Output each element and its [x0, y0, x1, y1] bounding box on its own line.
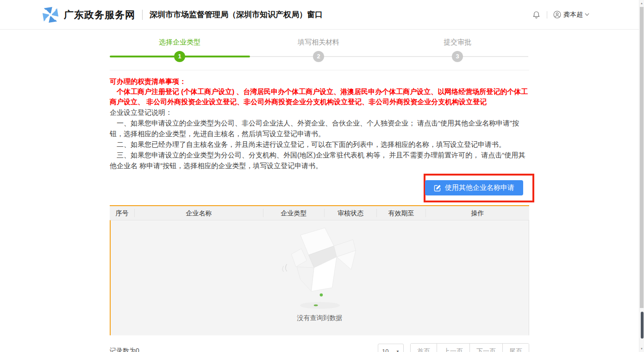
table-empty-state: 没有查询到数据: [110, 220, 529, 335]
company-name-table: 序号 企业名称 企业类型 审核状态 有效期至 操作: [110, 205, 529, 335]
col-header-seq: 序号: [110, 209, 135, 217]
step-label: 选择企业类型: [129, 38, 231, 47]
top-header: 广东政务服务网 深圳市市场监督管理局（深圳市知识产权局）窗口 龚本超: [0, 0, 639, 30]
user-avatar-icon: [553, 11, 561, 19]
select-arrow-icon: ▼: [396, 349, 400, 352]
header-actions: 龚本超: [532, 0, 589, 29]
step-1-select-company-type: 选择企业类型 1: [129, 29, 231, 47]
scrollbar-thumb[interactable]: [640, 7, 644, 308]
empty-box-illustration: [111, 226, 529, 314]
pagination-button-group: 首页 上一页 下一页 尾页: [410, 343, 529, 352]
record-count: 记录数为0: [110, 347, 139, 352]
table-footer: 记录数为0 10 ▼ 首页 上一页 下一页 尾页: [110, 343, 529, 352]
apply-button-label: 使用其他企业名称申请: [445, 183, 514, 192]
chevron-down-icon: [585, 13, 589, 16]
header-brand: 广东政务服务网 深圳市市场监督管理局（深圳市知识产权局）窗口: [42, 6, 323, 24]
user-name: 龚本超: [563, 11, 583, 19]
site-name: 广东政务服务网: [64, 8, 135, 21]
apply-button-row: 使用其他企业名称申请: [110, 173, 529, 205]
header-actions-divider: [547, 11, 547, 19]
notification-bell-icon[interactable]: [532, 10, 541, 19]
header-divider: [142, 10, 143, 20]
step-label: 提交审批: [406, 38, 508, 47]
col-header-review-status: 审核状态: [325, 209, 377, 217]
step-label: 填写相关材料: [268, 38, 369, 47]
step-3-submit-approval: 提交审批 3: [406, 29, 508, 47]
instruction-paragraph-3: 三、如果您申请设立的企业类型为分公司、分支机构、外国(地区)企业常驻代表机 构等…: [110, 150, 529, 171]
col-header-company-name: 企业名称: [135, 209, 263, 217]
prev-page-button[interactable]: 上一页: [437, 344, 469, 352]
step-circle: 3: [452, 51, 463, 62]
window-title: 深圳市市场监督管理局（深圳市知识产权局）窗口: [150, 9, 323, 20]
main-content: 选择企业类型 1 填写相关材料 2 提交审批 3 可办理的权责清单事项： 个体工…: [110, 29, 529, 352]
gdzwfw-logo-icon: [42, 6, 59, 24]
scrollbar-up-arrow-icon[interactable]: ▲: [639, 0, 644, 6]
first-page-button[interactable]: 首页: [411, 344, 437, 352]
use-other-company-name-button[interactable]: 使用其他企业名称申请: [425, 180, 523, 195]
step-2-fill-materials: 填写相关材料 2: [268, 29, 369, 47]
edit-icon: [434, 184, 441, 192]
instruction-paragraph-2: 二、如果您已经办理了自主核名业务，并且尚未进行设立登记，可以在下面的列表中，选择…: [110, 139, 529, 150]
step-wizard: 选择企业类型 1 填写相关材料 2 提交审批 3: [110, 29, 529, 70]
notice-body: 个体工商户注册登记 (个体工商户设立) 、台湾居民申办个体工商户设立、港澳居民申…: [110, 87, 529, 107]
last-page-button[interactable]: 尾页: [502, 344, 529, 352]
content-section: 可办理的权责清单事项： 个体工商户注册登记 (个体工商户设立) 、台湾居民申办个…: [110, 70, 529, 352]
page-size-select[interactable]: 10 ▼: [378, 344, 404, 352]
instructions-title: 企业设立登记说明：: [110, 107, 529, 118]
instruction-paragraph-1: 一、如果您申请设立的企业类型为公司、非公司企业法人、外资企业、合伙企业、个人独资…: [110, 118, 529, 139]
browser-scrollbar[interactable]: ▲ ▼: [639, 0, 644, 352]
notice-title: 可办理的权责清单事项：: [110, 76, 529, 87]
col-header-actions: 操作: [426, 209, 529, 217]
scrollbar-down-arrow-icon[interactable]: ▼: [639, 346, 644, 352]
col-header-valid-until: 有效期至: [377, 209, 426, 217]
col-header-company-type: 企业类型: [263, 209, 325, 217]
user-menu[interactable]: 龚本超: [553, 11, 589, 19]
step-circle: 1: [174, 51, 185, 62]
page-size-value: 10: [382, 348, 388, 352]
empty-state-text: 没有查询到数据: [111, 314, 529, 322]
table-header-row: 序号 企业名称 企业类型 审核状态 有效期至 操作: [110, 206, 529, 220]
next-page-button[interactable]: 下一页: [469, 344, 502, 352]
step-circle: 2: [313, 51, 324, 62]
inner-scrollbar-thumb[interactable]: [641, 312, 644, 339]
pagination: 10 ▼ 首页 上一页 下一页 尾页: [378, 343, 529, 352]
